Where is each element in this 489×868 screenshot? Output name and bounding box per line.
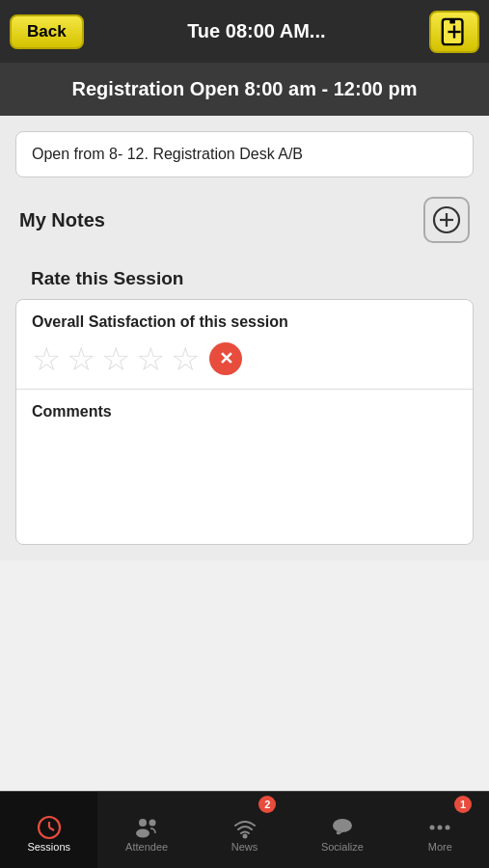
rate-session-header: Rate this Session <box>15 258 474 299</box>
star-5[interactable]: ☆ <box>171 342 200 375</box>
my-notes-header: My Notes <box>19 197 470 243</box>
rate-body: Overall Satisfaction of this session ☆ ☆… <box>16 300 473 544</box>
clear-rating-button[interactable] <box>209 342 242 375</box>
chat-icon <box>329 814 356 841</box>
event-title: Registration Open 8:00 am - 12:00 pm <box>15 76 474 102</box>
satisfaction-label: Overall Satisfaction of this session <box>32 313 457 331</box>
tab-sessions[interactable]: Sessions <box>0 792 97 868</box>
svg-point-15 <box>430 825 435 829</box>
svg-point-11 <box>136 828 149 837</box>
news-badge: 2 <box>258 796 276 813</box>
rate-session-title: Rate this Session <box>31 268 183 288</box>
clock-icon <box>36 814 63 841</box>
event-description: Open from 8- 12. Registration Desk A/B <box>15 131 474 177</box>
star-3[interactable]: ☆ <box>101 342 130 375</box>
circle-plus-icon <box>432 205 461 234</box>
star-2[interactable]: ☆ <box>67 342 95 375</box>
back-button[interactable]: Back <box>10 14 84 49</box>
rate-session-panel: Overall Satisfaction of this session ☆ ☆… <box>15 299 474 545</box>
star-4[interactable]: ☆ <box>136 342 165 375</box>
comments-label: Comments <box>32 403 457 420</box>
tab-news[interactable]: 2 News <box>196 792 293 868</box>
wifi-icon <box>231 814 258 841</box>
header-title: Tue 08:00 AM... <box>84 20 429 42</box>
svg-point-16 <box>438 825 443 829</box>
add-note-button[interactable] <box>429 11 479 53</box>
main-content: Open from 8- 12. Registration Desk A/B M… <box>0 116 489 560</box>
svg-point-17 <box>446 825 450 829</box>
dots-icon <box>426 814 453 841</box>
event-title-bar: Registration Open 8:00 am - 12:00 pm <box>0 63 489 116</box>
tab-news-label: News <box>231 841 258 853</box>
more-badge: 1 <box>454 796 472 813</box>
tab-attendee-label: Attendee <box>125 841 168 853</box>
app-header: Back Tue 08:00 AM... <box>0 0 489 63</box>
people-icon <box>133 814 160 841</box>
stars-row[interactable]: ☆ ☆ ☆ ☆ ☆ <box>32 342 457 375</box>
tab-attendee[interactable]: Attendee <box>97 792 195 868</box>
tab-more[interactable]: 1 More <box>392 792 489 868</box>
svg-point-12 <box>149 819 156 826</box>
add-note-circle-button[interactable] <box>423 197 470 243</box>
add-note-icon <box>440 17 469 46</box>
svg-point-10 <box>139 819 147 827</box>
satisfaction-row: Overall Satisfaction of this session ☆ ☆… <box>16 300 473 390</box>
comments-row: Comments <box>16 390 473 544</box>
svg-rect-3 <box>449 18 455 23</box>
tab-sessions-label: Sessions <box>27 841 70 853</box>
my-notes-section: My Notes <box>15 197 474 243</box>
tab-socialize[interactable]: Socialize <box>293 792 391 868</box>
svg-point-14 <box>333 819 352 832</box>
my-notes-title: My Notes <box>19 209 105 231</box>
tab-bar: Sessions Attendee 2 News Socialize 1 <box>0 791 489 868</box>
tab-more-label: More <box>428 841 452 853</box>
svg-point-13 <box>243 834 246 837</box>
star-1[interactable]: ☆ <box>32 342 61 375</box>
tab-socialize-label: Socialize <box>321 841 364 853</box>
svg-line-9 <box>49 827 54 830</box>
